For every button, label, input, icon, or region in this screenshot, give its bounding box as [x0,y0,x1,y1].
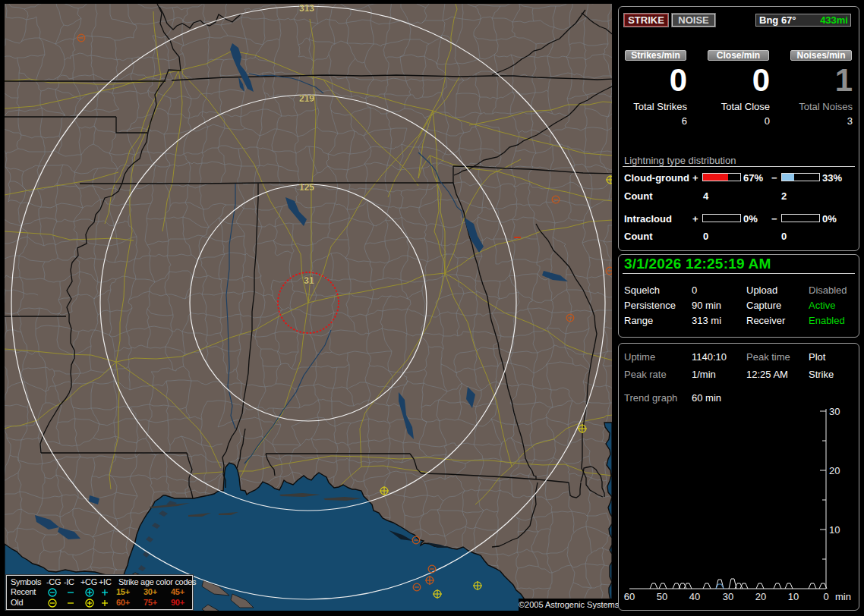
svg-text:40: 40 [689,591,700,602]
svg-text:125: 125 [299,182,314,193]
svg-text:219: 219 [299,93,314,104]
svg-text:10: 10 [829,524,840,536]
svg-text:60: 60 [624,591,635,602]
svg-text:313: 313 [299,4,314,14]
svg-text:20: 20 [755,591,766,602]
svg-text:20: 20 [829,465,840,476]
svg-text:30: 30 [723,591,733,602]
svg-text:31: 31 [304,275,314,286]
svg-text:min: min [835,591,851,602]
svg-text:30: 30 [829,406,840,417]
svg-text:0: 0 [823,591,828,602]
svg-text:10: 10 [788,591,799,602]
svg-text:50: 50 [657,591,667,602]
